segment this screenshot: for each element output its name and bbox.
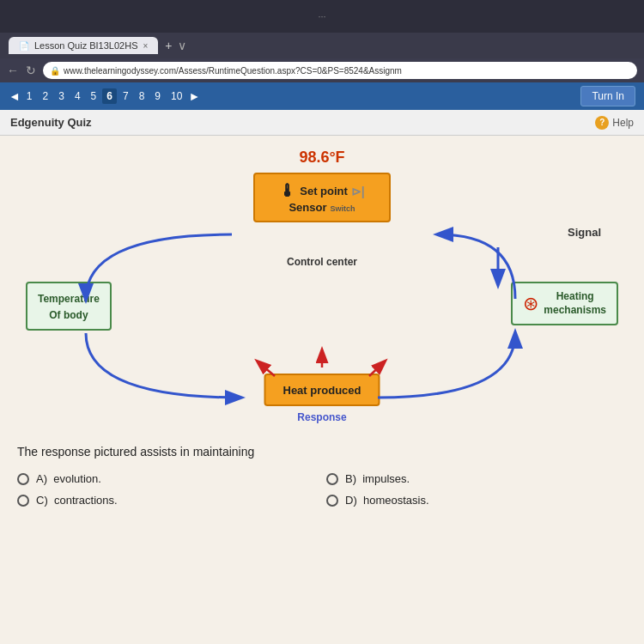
diagram-container: 98.6°F 🌡 Set point ⊳| Sensor Switch Cont… <box>17 149 627 432</box>
quiz-nav-left[interactable]: ◄ <box>9 89 21 103</box>
answer-option-d[interactable]: D) homeostasis. <box>326 494 627 507</box>
quiz-number-list: 1 2 3 4 5 6 7 8 9 10 <box>22 88 187 104</box>
back-button[interactable]: ← <box>7 64 19 77</box>
help-label: Help <box>612 117 634 129</box>
heat-produced-box: Heat produced <box>264 374 380 406</box>
quiz-num-4[interactable]: 4 <box>70 88 85 104</box>
quiz-nav-bar: ◄ 1 2 3 4 5 6 7 8 9 10 ► Turn In <box>0 82 644 110</box>
help-button[interactable]: ? Help <box>595 116 634 130</box>
temp-body-label: TemperatureOf body <box>38 293 100 321</box>
answer-d-label: D) homeostasis. <box>345 494 429 507</box>
turn-in-button[interactable]: Turn In <box>580 86 635 106</box>
new-tab-button[interactable]: + <box>165 39 172 52</box>
quiz-num-7[interactable]: 7 <box>118 88 133 104</box>
refresh-button[interactable]: ↻ <box>26 64 36 77</box>
quiz-content: 98.6°F 🌡 Set point ⊳| Sensor Switch Cont… <box>0 136 644 644</box>
quiz-num-8[interactable]: 8 <box>135 88 149 104</box>
response-label: Response <box>297 411 346 423</box>
thermometer-icon: 🌡 <box>279 181 296 201</box>
answer-c-label: C) contractions. <box>36 494 118 507</box>
address-input[interactable]: 🔒 www.thelearningodyssey.com/Assess/Runt… <box>43 62 637 79</box>
temperature-of-body-box: TemperatureOf body <box>26 282 112 331</box>
edgenuity-quiz-title: Edgenuity Quiz <box>10 116 92 129</box>
heating-mechanisms-box: ⊛ Heatingmechanisms <box>511 282 618 325</box>
heating-mechanisms-label: Heatingmechanisms <box>544 290 606 317</box>
signal-label: Signal <box>568 226 601 239</box>
chrome-label-1: ··· <box>318 11 325 21</box>
tab-dropdown[interactable]: ∨ <box>178 39 186 52</box>
switch-label: Switch <box>331 204 355 213</box>
quiz-nav-right[interactable]: ► <box>188 89 200 103</box>
temperature-value-label: 98.6°F <box>299 149 344 167</box>
radio-a[interactable] <box>17 473 29 485</box>
quiz-num-10[interactable]: 10 <box>167 88 186 104</box>
quiz-num-2[interactable]: 2 <box>39 88 53 104</box>
heat-produced-label: Heat produced <box>283 384 361 397</box>
tab-page-icon: 📄 <box>19 41 29 51</box>
answer-option-c[interactable]: C) contractions. <box>17 494 318 507</box>
answers-grid: A) evolution. B) impulses. C) contractio… <box>17 472 627 507</box>
answer-option-a[interactable]: A) evolution. <box>17 472 318 485</box>
quiz-num-6[interactable]: 6 <box>102 88 117 104</box>
answer-b-label: B) impulses. <box>345 472 410 485</box>
quiz-num-5[interactable]: 5 <box>87 88 101 104</box>
edgenuity-header: Edgenuity Quiz ? Help <box>0 110 644 136</box>
help-icon: ? <box>595 116 609 130</box>
tab-bar: 📄 Lesson Quiz BI13L02HS × + ∨ <box>0 33 644 58</box>
switch-icon: ⊳| <box>351 185 365 198</box>
quiz-num-3[interactable]: 3 <box>54 88 69 104</box>
answer-option-b[interactable]: B) impulses. <box>326 472 627 485</box>
control-center-label: Control center <box>287 256 357 268</box>
answer-a-label: A) evolution. <box>36 472 101 485</box>
control-center-box: 🌡 Set point ⊳| Sensor Switch <box>253 173 391 222</box>
sensor-label: Sensor <box>289 201 326 214</box>
radio-b[interactable] <box>326 473 338 485</box>
active-tab[interactable]: 📄 Lesson Quiz BI13L02HS × <box>9 37 158 54</box>
lock-icon: 🔒 <box>50 66 60 76</box>
tab-close-button[interactable]: × <box>143 41 148 51</box>
browser-chrome: ··· <box>0 0 644 33</box>
radio-d[interactable] <box>326 495 338 507</box>
question-text: The response pictured assists in maintai… <box>17 445 627 459</box>
coil-heater-icon: ⊛ <box>523 293 538 315</box>
address-text: www.thelearningodyssey.com/Assess/Runtim… <box>64 66 402 76</box>
quiz-num-9[interactable]: 9 <box>150 88 165 104</box>
tab-title: Lesson Quiz BI13L02HS <box>34 40 137 51</box>
quiz-num-1[interactable]: 1 <box>22 88 37 104</box>
address-bar: ← ↻ 🔒 www.thelearningodyssey.com/Assess/… <box>0 58 644 82</box>
set-point-label: Set point <box>300 185 348 197</box>
radio-c[interactable] <box>17 495 29 507</box>
